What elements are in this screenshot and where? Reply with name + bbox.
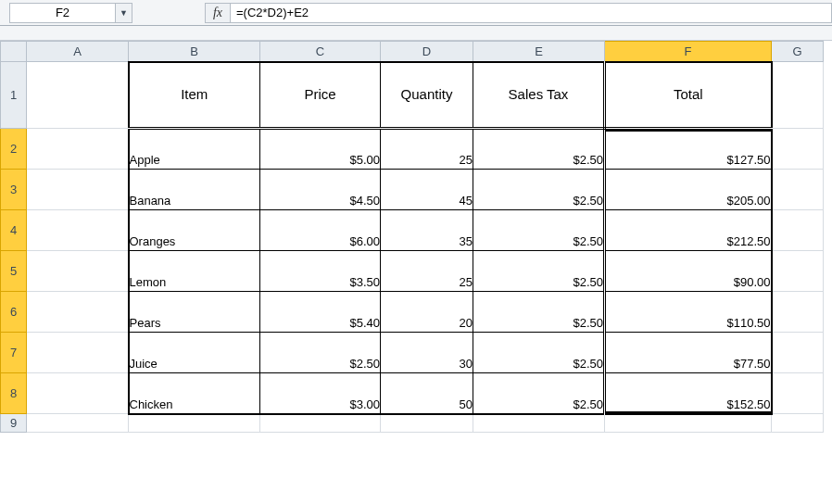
cell-B8[interactable]: Chicken [129, 373, 260, 414]
cell-E6[interactable]: $2.50 [473, 292, 605, 333]
col-header-G[interactable]: G [772, 42, 824, 62]
cell-D2[interactable]: 25 [381, 129, 473, 170]
col-header-E[interactable]: E [473, 42, 605, 62]
col-header-B[interactable]: B [129, 42, 260, 62]
cell-D5[interactable]: 25 [381, 251, 473, 292]
cell-C7[interactable]: $2.50 [260, 333, 381, 373]
cell-B2[interactable]: Apple [129, 129, 260, 170]
cell-D4[interactable]: 35 [381, 210, 473, 251]
cell-D3[interactable]: 45 [381, 170, 473, 210]
cell-C3[interactable]: $4.50 [260, 170, 381, 210]
row-header-4[interactable]: 4 [1, 210, 27, 251]
cell-B3[interactable]: Banana [129, 170, 260, 210]
cell-D9[interactable] [381, 414, 473, 433]
row-header-9[interactable]: 9 [1, 414, 27, 433]
sheet-table: A B C D E F G 1 Item Price Quantity Sale… [0, 41, 824, 433]
cell-G6[interactable] [772, 292, 824, 333]
row-header-1[interactable]: 1 [1, 62, 27, 129]
cell-B7[interactable]: Juice [129, 333, 260, 373]
row-header-3[interactable]: 3 [1, 170, 27, 210]
cell-E5[interactable]: $2.50 [473, 251, 605, 292]
cell-A4[interactable] [27, 210, 129, 251]
worksheet-grid: A B C D E F G 1 Item Price Quantity Sale… [0, 41, 832, 433]
cell-G2[interactable] [772, 129, 824, 170]
cell-A1[interactable] [27, 62, 129, 129]
cell-F3[interactable]: $205.00 [605, 170, 772, 210]
cell-A9[interactable] [27, 414, 129, 433]
ribbon-spacer [0, 26, 832, 41]
formula-bar: F2 ▼ fx =(C2*D2)+E2 [0, 0, 832, 26]
cell-F9[interactable] [605, 414, 772, 433]
cell-F5[interactable]: $90.00 [605, 251, 772, 292]
cell-F2[interactable]: $127.50 [605, 129, 772, 170]
row-header-8[interactable]: 8 [1, 373, 27, 414]
row-header-7[interactable]: 7 [1, 333, 27, 373]
cell-C5[interactable]: $3.50 [260, 251, 381, 292]
cell-D7[interactable]: 30 [381, 333, 473, 373]
formula-input[interactable]: =(C2*D2)+E2 [231, 3, 832, 23]
cell-G4[interactable] [772, 210, 824, 251]
cell-B6[interactable]: Pears [129, 292, 260, 333]
cell-E1[interactable]: Sales Tax [473, 62, 605, 129]
cell-B5[interactable]: Lemon [129, 251, 260, 292]
cell-A2[interactable] [27, 129, 129, 170]
cell-E9[interactable] [473, 414, 605, 433]
cell-E3[interactable]: $2.50 [473, 170, 605, 210]
cell-F7[interactable]: $77.50 [605, 333, 772, 373]
cell-B9[interactable] [129, 414, 260, 433]
cell-C2[interactable]: $5.00 [260, 129, 381, 170]
cell-C1[interactable]: Price [260, 62, 381, 129]
cell-C8[interactable]: $3.00 [260, 373, 381, 414]
fx-icon[interactable]: fx [205, 3, 231, 23]
select-all-corner[interactable] [1, 42, 27, 62]
cell-G1[interactable] [772, 62, 824, 129]
cell-E2[interactable]: $2.50 [473, 129, 605, 170]
col-header-C[interactable]: C [260, 42, 381, 62]
cell-A7[interactable] [27, 333, 129, 373]
cell-F1[interactable]: Total [605, 62, 772, 129]
row-header-2[interactable]: 2 [1, 129, 27, 170]
cell-A5[interactable] [27, 251, 129, 292]
cell-B1[interactable]: Item [129, 62, 260, 129]
cell-D1[interactable]: Quantity [381, 62, 473, 129]
row-header-6[interactable]: 6 [1, 292, 27, 333]
col-header-A[interactable]: A [27, 42, 129, 62]
col-header-D[interactable]: D [381, 42, 473, 62]
cell-G5[interactable] [772, 251, 824, 292]
cell-G8[interactable] [772, 373, 824, 414]
cell-A3[interactable] [27, 170, 129, 210]
name-box-dropdown-icon[interactable]: ▼ [116, 3, 132, 23]
cell-C6[interactable]: $5.40 [260, 292, 381, 333]
cell-E7[interactable]: $2.50 [473, 333, 605, 373]
cell-B4[interactable]: Oranges [129, 210, 260, 251]
cell-E8[interactable]: $2.50 [473, 373, 605, 414]
cell-D6[interactable]: 20 [381, 292, 473, 333]
row-header-5[interactable]: 5 [1, 251, 27, 292]
cell-D8[interactable]: 50 [381, 373, 473, 414]
cell-F6[interactable]: $110.50 [605, 292, 772, 333]
cell-C4[interactable]: $6.00 [260, 210, 381, 251]
cell-A6[interactable] [27, 292, 129, 333]
cell-G9[interactable] [772, 414, 824, 433]
cell-A8[interactable] [27, 373, 129, 414]
cell-F4[interactable]: $212.50 [605, 210, 772, 251]
cell-E4[interactable]: $2.50 [473, 210, 605, 251]
cell-G7[interactable] [772, 333, 824, 373]
cell-G3[interactable] [772, 170, 824, 210]
col-header-F[interactable]: F [605, 42, 772, 62]
cell-C9[interactable] [260, 414, 381, 433]
name-box[interactable]: F2 [9, 3, 116, 23]
cell-F8[interactable]: $152.50 [605, 373, 772, 414]
